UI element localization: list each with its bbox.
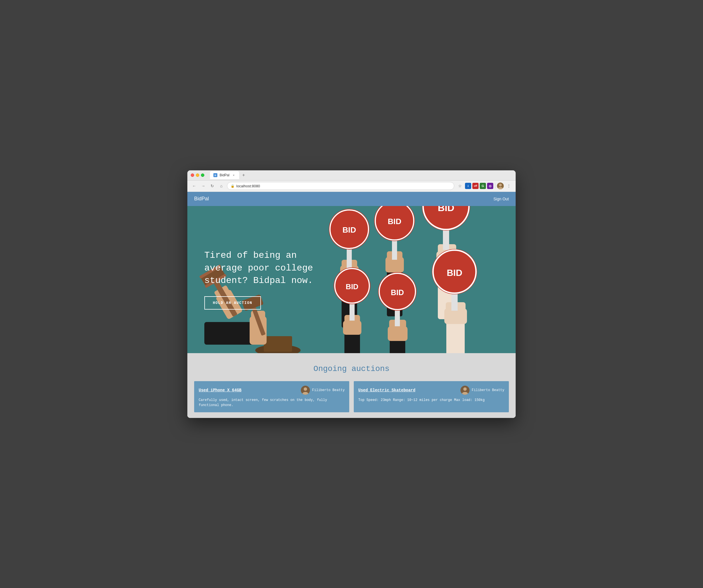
hero-title: Tired of being an average poor college s…: [204, 249, 334, 287]
svg-text:BID: BID: [438, 206, 455, 213]
address-bar: ← → ↻ ⌂ 🔒 localhost:8080 ☆ i off G ◎ ⋮: [187, 180, 516, 192]
svg-rect-10: [264, 336, 292, 352]
traffic-lights: [191, 173, 204, 177]
extension-icons: i off G ◎: [465, 183, 493, 189]
auction-card-1: Used iPhone X 64GB Filiberto Beatty: [194, 381, 349, 412]
browser-window: B BidPal × + ← → ↻ ⌂ 🔒 localhost:8080 ☆ …: [187, 170, 516, 418]
auction-card-1-header: Used iPhone X 64GB Filiberto Beatty: [199, 386, 345, 395]
ext-icon-3[interactable]: G: [480, 183, 486, 189]
url-text: localhost:8080: [236, 184, 260, 188]
svg-point-0: [499, 184, 502, 186]
title-bar: B BidPal × +: [187, 170, 516, 180]
browser-actions: ☆ i off G ◎ ⋮: [457, 182, 512, 189]
url-bar[interactable]: 🔒 localhost:8080: [227, 182, 454, 190]
auction-desc-2: Top Speed: 23mph Range: 10~12 miles per …: [358, 398, 504, 403]
active-tab[interactable]: B BidPal ×: [210, 171, 239, 179]
svg-rect-52: [444, 309, 467, 324]
home-button[interactable]: ⌂: [218, 182, 225, 189]
seller-avatar-2: [460, 386, 470, 395]
profile-avatar[interactable]: [497, 182, 504, 189]
tab-close-button[interactable]: ×: [232, 173, 236, 177]
auction-card-2: Used Electric Skateboard Filiberto Beatt…: [354, 381, 509, 412]
svg-rect-45: [388, 326, 407, 341]
svg-text:BID: BID: [388, 217, 401, 226]
minimize-button[interactable]: [196, 173, 199, 177]
svg-text:BID: BID: [342, 226, 356, 234]
svg-rect-51: [446, 319, 465, 353]
svg-point-59: [304, 388, 307, 391]
back-button[interactable]: ←: [191, 182, 198, 189]
seller-name-1: Filiberto Beatty: [312, 388, 345, 392]
auction-seller-1: Filiberto Beatty: [301, 386, 345, 395]
app-brand[interactable]: BidPal: [194, 196, 209, 202]
maximize-button[interactable]: [201, 173, 204, 177]
auctions-grid: Used iPhone X 64GB Filiberto Beatty: [194, 381, 509, 412]
auctions-title: Ongoing auctions: [194, 364, 509, 373]
app-content: BidPal Sign Out: [187, 192, 516, 418]
tab-bar: B BidPal × +: [210, 171, 512, 179]
seller-avatar-1: [301, 386, 310, 395]
lock-icon: 🔒: [231, 184, 235, 188]
bookmark-icon[interactable]: ☆: [457, 182, 463, 189]
new-tab-button[interactable]: +: [240, 172, 247, 179]
auction-desc-1: Carefully used, intact screen, few scrat…: [199, 398, 345, 408]
svg-text:BID: BID: [447, 268, 462, 278]
svg-text:BID: BID: [391, 288, 404, 297]
svg-point-62: [463, 388, 467, 391]
auction-card-2-header: Used Electric Skateboard Filiberto Beatt…: [358, 386, 504, 395]
hold-auction-button[interactable]: HOLD AN AUCTION: [204, 296, 261, 310]
auction-title-2[interactable]: Used Electric Skateboard: [358, 388, 415, 393]
more-menu-button[interactable]: ⋮: [505, 182, 512, 189]
sign-out-link[interactable]: Sign Out: [493, 197, 509, 201]
auction-seller-2: Filiberto Beatty: [460, 386, 504, 395]
reload-button[interactable]: ↻: [209, 182, 216, 189]
ext-icon-4[interactable]: ◎: [487, 183, 493, 189]
close-button[interactable]: [191, 173, 194, 177]
hero-content: Tired of being an average poor college s…: [187, 238, 352, 321]
bottom-section: Ongoing auctions Used iPhone X 64GB: [187, 353, 516, 418]
seller-name-2: Filiberto Beatty: [472, 388, 504, 392]
hero-section: BID BID: [187, 206, 516, 353]
app-navbar: BidPal Sign Out: [187, 192, 516, 206]
ext-icon-off[interactable]: off: [472, 183, 479, 189]
ext-icon-1[interactable]: i: [465, 183, 471, 189]
tab-favicon: B: [213, 173, 217, 177]
forward-button[interactable]: →: [200, 182, 207, 189]
tab-title: BidPal: [220, 173, 230, 177]
svg-point-1: [498, 187, 503, 189]
auction-title-1[interactable]: Used iPhone X 64GB: [199, 388, 241, 393]
